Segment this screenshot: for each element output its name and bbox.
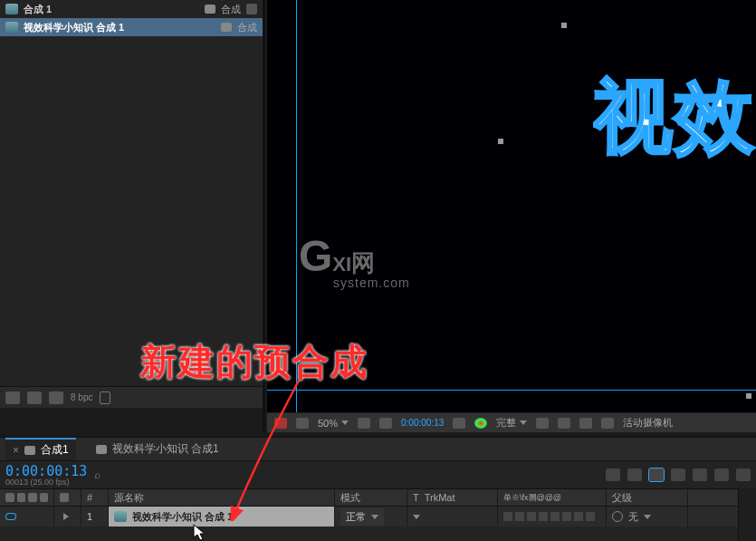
- project-item-name: 视效科学小知识 合成 1: [24, 21, 124, 34]
- comp-layer-text[interactable]: 视效: [593, 63, 756, 171]
- viewer-timecode[interactable]: 0:00:00:13: [401, 418, 444, 428]
- watermark: GXI网 system.com: [299, 231, 410, 290]
- tab-label: 视效科学小知识 合成1: [112, 441, 219, 457]
- composition-icon: [5, 4, 18, 14]
- zoom-value: 50%: [318, 418, 338, 429]
- composition-icon: [96, 445, 107, 454]
- close-icon[interactable]: ×: [13, 444, 19, 457]
- timeline-tab[interactable]: 视效科学小知识 合成1: [89, 439, 226, 459]
- folder-icon: [221, 23, 232, 32]
- tab-label: 合成1: [41, 442, 69, 458]
- mask-icon[interactable]: [379, 418, 392, 429]
- chevron-down-icon: [341, 420, 349, 425]
- camera-dropdown[interactable]: 活动摄像机: [623, 416, 673, 430]
- magnify-icon[interactable]: [274, 418, 287, 429]
- timeline-scrollbar[interactable]: [738, 488, 756, 541]
- vertical-guide[interactable]: [296, 0, 297, 412]
- collapse-icon[interactable]: [736, 469, 751, 481]
- layer-name: 视效科学小知识 合成 1: [132, 510, 233, 524]
- motion-blur-icon[interactable]: [693, 469, 707, 481]
- switches-header[interactable]: 单※\fx圖@@@: [498, 489, 607, 506]
- frame-blend-icon[interactable]: [671, 469, 685, 481]
- comp-mini-flowchart-icon[interactable]: [606, 469, 620, 481]
- collapse-switch[interactable]: [515, 512, 524, 521]
- folder-icon: [205, 5, 215, 14]
- new-comp-icon[interactable]: [49, 391, 63, 404]
- trkmat-t: T: [413, 492, 419, 503]
- horizontal-guide[interactable]: [267, 390, 756, 391]
- resolution-dropdown[interactable]: 完整: [496, 416, 527, 430]
- project-item-name: 合成 1: [24, 3, 52, 16]
- label-icon: [60, 493, 69, 502]
- blend-mode-value: 正常: [346, 510, 366, 524]
- renderer-icon[interactable]: [601, 418, 614, 429]
- new-folder-icon[interactable]: [27, 391, 42, 404]
- composition-icon: [114, 511, 127, 522]
- draft3d-icon[interactable]: [627, 469, 642, 481]
- trash-icon[interactable]: [100, 391, 110, 404]
- quality-switch[interactable]: [527, 512, 536, 521]
- project-item-type: 合成: [237, 21, 257, 34]
- grid-icon[interactable]: [358, 418, 370, 429]
- trkmat-header[interactable]: T TrkMat: [407, 489, 498, 506]
- interpret-footage-icon[interactable]: [5, 391, 20, 404]
- flowchart-icon[interactable]: [246, 4, 257, 14]
- composition-viewer[interactable]: 视效 GXI网 system.com: [267, 0, 756, 412]
- project-item[interactable]: 视效科学小知识 合成 1 合成: [0, 18, 263, 36]
- twirl-icon[interactable]: [63, 513, 69, 520]
- frame-blend-switch[interactable]: [550, 512, 560, 521]
- label-header[interactable]: [54, 489, 81, 506]
- parent-dropdown[interactable]: 无: [612, 510, 651, 524]
- layer-index: 1: [81, 507, 109, 527]
- region-icon[interactable]: [536, 418, 549, 429]
- frame-info: 00013 (25.00 fps): [5, 478, 87, 487]
- trkmat-dropdown[interactable]: [413, 515, 420, 519]
- eye-icon[interactable]: [5, 493, 14, 502]
- search-icon[interactable]: ⌕: [94, 469, 107, 481]
- transparency-icon[interactable]: [558, 418, 570, 429]
- lock-icon[interactable]: [40, 493, 49, 502]
- selection-handle[interactable]: [498, 139, 503, 144]
- timeline-tab[interactable]: × 合成1: [5, 438, 76, 460]
- panel-divider[interactable]: [263, 0, 265, 432]
- 3d-switch[interactable]: [586, 512, 595, 521]
- selection-handle[interactable]: [561, 23, 567, 28]
- selection-handle[interactable]: [746, 393, 751, 399]
- fx-switch[interactable]: [539, 512, 548, 521]
- timeline-toolbar: 0:00:00:13 00013 (25.00 fps) ⌕: [0, 461, 756, 488]
- snapshot-icon[interactable]: [453, 418, 465, 429]
- timeline-columns-header: # 源名称 模式 T TrkMat 单※\fx圖@@@ 父级: [0, 488, 756, 507]
- shy-switch[interactable]: [503, 512, 512, 521]
- source-name-header[interactable]: 源名称: [109, 489, 335, 506]
- zoom-dropdown[interactable]: 50%: [318, 418, 349, 429]
- graph-editor-icon[interactable]: [714, 469, 729, 481]
- visibility-toggle[interactable]: [5, 513, 16, 520]
- solo-icon[interactable]: [28, 493, 37, 502]
- project-footer: 8 bpc: [0, 386, 263, 408]
- timeline-layer-row[interactable]: 1 视效科学小知识 合成 1 正常 无: [0, 507, 756, 527]
- speaker-icon[interactable]: [17, 493, 26, 502]
- project-item-type: 合成: [221, 3, 241, 16]
- shy-icon[interactable]: [649, 469, 664, 481]
- trkmat-label: TrkMat: [425, 492, 455, 503]
- bpc-button[interactable]: 8 bpc: [71, 392, 92, 402]
- blend-mode-dropdown[interactable]: 正常: [340, 508, 384, 526]
- timeline-tabs: × 合成1 视效科学小知识 合成1: [0, 438, 756, 461]
- project-item[interactable]: 合成 1 合成: [0, 0, 263, 18]
- watermark-sub: system.com: [333, 275, 410, 290]
- resolution-icon[interactable]: [296, 418, 309, 429]
- viewer-toolbar: 50% 0:00:00:13 完整 活动摄像机: [267, 412, 756, 432]
- motion-blur-switch[interactable]: [562, 512, 571, 521]
- mode-header[interactable]: 模式: [335, 489, 407, 506]
- index-header[interactable]: #: [81, 489, 109, 506]
- resolution-value: 完整: [496, 416, 516, 430]
- adjustment-switch[interactable]: [574, 512, 583, 521]
- channel-icon[interactable]: [474, 418, 487, 429]
- camera-value: 活动摄像机: [623, 416, 673, 430]
- 3d-view-icon[interactable]: [579, 418, 592, 429]
- watermark-cn: 网: [351, 249, 375, 276]
- composition-icon: [5, 22, 18, 33]
- parent-header[interactable]: 父级: [607, 489, 688, 506]
- pickwhip-icon[interactable]: [612, 511, 623, 522]
- chevron-down-icon: [644, 515, 651, 519]
